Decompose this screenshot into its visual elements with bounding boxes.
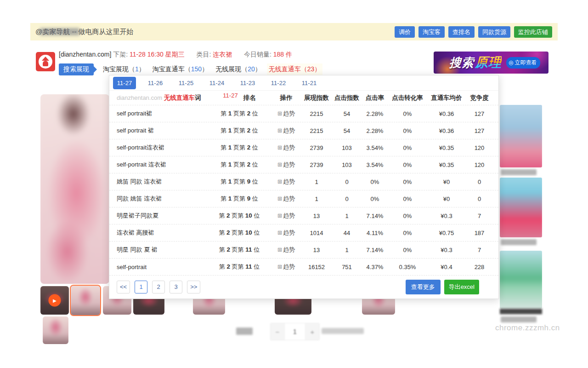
date-tab[interactable]: 11-27 bbox=[113, 77, 136, 89]
banner-cta-button[interactable]: ◎立即查看 bbox=[506, 57, 540, 69]
trend-link[interactable]: ⊞趋势 bbox=[272, 144, 300, 152]
trend-link[interactable]: ⊞趋势 bbox=[272, 195, 300, 203]
trend-link[interactable]: ⊞趋势 bbox=[272, 161, 300, 169]
trend-link[interactable]: ⊞趋势 bbox=[272, 263, 300, 271]
related-product-card[interactable] bbox=[500, 251, 542, 309]
impressions-cell: 13 bbox=[300, 213, 333, 219]
related-product-card[interactable] bbox=[500, 105, 542, 167]
trend-chart-icon: ⊞ bbox=[277, 196, 282, 202]
impressions-cell: 2215 bbox=[300, 110, 333, 117]
ctr-cell: 0% bbox=[361, 196, 389, 202]
thumbnail[interactable] bbox=[43, 316, 68, 344]
export-excel-button[interactable]: 导出excel bbox=[444, 280, 479, 294]
at-symbol: @ bbox=[35, 28, 42, 35]
topbar-button[interactable]: 监控此店铺 bbox=[514, 26, 552, 38]
keyword-cell[interactable]: 明星裙子同款夏 bbox=[117, 212, 207, 220]
ctr-cell: 0% bbox=[361, 178, 389, 185]
clicks-cell: 1 bbox=[333, 213, 361, 219]
topbar-button[interactable]: 查排名 bbox=[448, 26, 475, 38]
competition-cell: 120 bbox=[467, 161, 492, 168]
cvr-cell: 0% bbox=[389, 161, 426, 168]
stepper-plus-button[interactable]: + bbox=[305, 323, 319, 340]
pagination: << 1 2 3 >> bbox=[117, 281, 205, 293]
pagination-button[interactable]: >> bbox=[187, 281, 200, 293]
seller-nav-title: @卖家导航 -- 做电商从这里开始 bbox=[35, 28, 134, 36]
date-tab[interactable]: 11-26 bbox=[144, 77, 167, 89]
date-tab[interactable]: 11-21 bbox=[298, 77, 321, 89]
date-tab[interactable]: 11-24 bbox=[205, 77, 228, 89]
dianzhentan-logo-icon bbox=[36, 52, 55, 71]
impressions-cell: 16152 bbox=[300, 264, 333, 270]
keyword-cell[interactable]: self-portrait连衣裙 bbox=[117, 144, 207, 152]
ctr-cell: 7.14% bbox=[361, 213, 389, 219]
view-more-button[interactable]: 查看更多 bbox=[406, 280, 441, 294]
seller-nav-bar: @卖家导航 -- 做电商从这里开始 调价 淘宝客 查排名 同款货源 监控此店铺 bbox=[30, 23, 558, 40]
trend-chart-icon: ⊞ bbox=[277, 161, 282, 168]
related-product-price bbox=[501, 316, 537, 322]
date-tab[interactable]: 11-22 bbox=[267, 77, 290, 89]
trend-chart-icon: ⊞ bbox=[277, 127, 282, 134]
stock-text bbox=[322, 328, 364, 334]
avg-price-cell: ¥0.3 bbox=[426, 247, 467, 253]
video-thumbnail[interactable]: ▶ bbox=[40, 286, 69, 315]
trend-link[interactable]: ⊞趋势 bbox=[272, 229, 300, 237]
avg-price-cell: ¥0.75 bbox=[426, 230, 467, 236]
tab-search-display[interactable]: 搜索展现 bbox=[59, 63, 94, 75]
trend-link[interactable]: ⊞趋势 bbox=[272, 109, 300, 118]
cvr-cell: 0% bbox=[389, 127, 426, 134]
table-header-row: dianzhentan.com 无线直通车词 11-27 排名 操作 展现指数 … bbox=[109, 91, 498, 105]
ctr-cell: 4.37% bbox=[361, 264, 389, 270]
clicks-cell: 103 bbox=[333, 161, 361, 168]
keyword-cell[interactable]: self portrait 裙 bbox=[117, 126, 207, 135]
pagination-button[interactable]: << bbox=[117, 281, 130, 293]
trend-link[interactable]: ⊞趋势 bbox=[272, 246, 300, 254]
category-value[interactable]: 连衣裙 bbox=[213, 51, 232, 58]
watermark: chrome.zzzmh.cn bbox=[495, 323, 560, 333]
related-product-price bbox=[501, 239, 537, 245]
display-tab[interactable]: 淘宝展现（1） bbox=[101, 63, 147, 75]
date-tab[interactable]: 11-23 bbox=[236, 77, 259, 89]
keyword-cell[interactable]: 连衣裙 高腰裙 bbox=[117, 229, 207, 237]
keyword-cell[interactable]: 明星 同款 夏 裙 bbox=[117, 246, 207, 254]
trend-link[interactable]: ⊞趋势 bbox=[272, 178, 300, 186]
pagination-button[interactable]: 1 bbox=[135, 281, 147, 293]
table-row: self-portrait 连衣裙 第 1 页第 2 位 ⊞趋势 2739 10… bbox=[109, 156, 498, 173]
date-tab[interactable]: 11-25 bbox=[175, 77, 198, 89]
topbar-button[interactable]: 同款货源 bbox=[478, 26, 510, 38]
sales-value: 188 件 bbox=[273, 51, 292, 58]
keyword-cell[interactable]: self-portrait bbox=[117, 264, 207, 270]
pagination-button[interactable]: 2 bbox=[152, 281, 165, 293]
quantity-stepper[interactable]: − + bbox=[270, 323, 320, 340]
keyword-cell[interactable]: 同款 姚笛 连衣裙 bbox=[117, 195, 207, 203]
topbar-button[interactable]: 调价 bbox=[395, 26, 415, 38]
rank-cell: 第 2 页第 10 位 bbox=[207, 212, 272, 220]
domain-label: [dianzhentan.com] bbox=[59, 51, 111, 58]
play-icon[interactable]: ▶ bbox=[49, 294, 61, 307]
main-product-photo[interactable] bbox=[40, 94, 109, 284]
quantity-input[interactable] bbox=[284, 323, 305, 340]
cvr-cell: 0% bbox=[389, 213, 426, 219]
impressions-cell: 13 bbox=[300, 247, 333, 253]
pagination-button[interactable]: 3 bbox=[170, 281, 182, 293]
keyword-data-panel: 11-27 11-26 11-25 11-24 11-23 11-22 11-2… bbox=[109, 75, 499, 299]
display-tab[interactable]: 无线直通车（23） bbox=[267, 63, 323, 75]
stepper-minus-button[interactable]: − bbox=[271, 323, 284, 340]
keyword-cell[interactable]: self portrait裙 bbox=[117, 109, 207, 118]
table-row: self portrait裙 第 1 页第 2 位 ⊞趋势 2215 54 2.… bbox=[109, 105, 498, 122]
display-tab[interactable]: 无线展现（20） bbox=[214, 63, 263, 75]
trend-link[interactable]: ⊞趋势 bbox=[272, 126, 300, 135]
topbar-button[interactable]: 淘宝客 bbox=[418, 26, 445, 38]
search-principle-banner[interactable]: 搜索 原理 ◎立即查看 bbox=[434, 52, 548, 74]
cvr-cell: 0% bbox=[389, 178, 426, 185]
ctr-cell: 2.28% bbox=[361, 127, 389, 134]
trend-link[interactable]: ⊞趋势 bbox=[272, 212, 300, 220]
keyword-cell[interactable]: self-portrait 连衣裙 bbox=[117, 161, 207, 169]
quantity-label bbox=[236, 328, 253, 335]
keyword-cell[interactable]: 姚笛 同款 连衣裙 bbox=[117, 178, 207, 186]
competition-cell: 228 bbox=[467, 264, 492, 270]
thumbnail-selected[interactable] bbox=[70, 285, 101, 316]
display-tab[interactable]: 淘宝直通车（150） bbox=[151, 63, 210, 75]
related-product-card[interactable] bbox=[500, 178, 542, 237]
competition-cell: 120 bbox=[467, 144, 492, 151]
competition-cell: 187 bbox=[467, 230, 492, 236]
